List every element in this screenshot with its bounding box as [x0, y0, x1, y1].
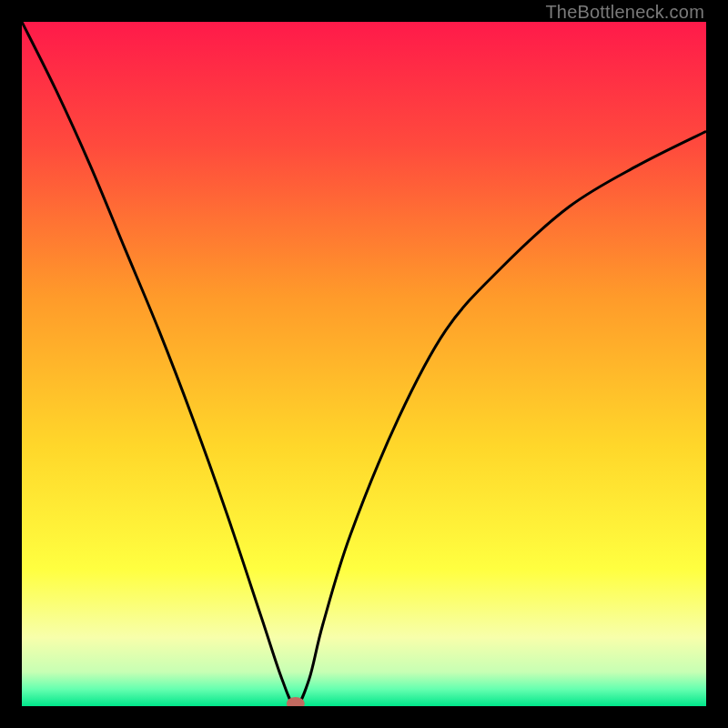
watermark-text: TheBottleneck.com	[545, 2, 704, 23]
gradient-background	[22, 22, 706, 706]
chart-frame	[22, 22, 706, 706]
bottleneck-chart	[22, 22, 706, 706]
